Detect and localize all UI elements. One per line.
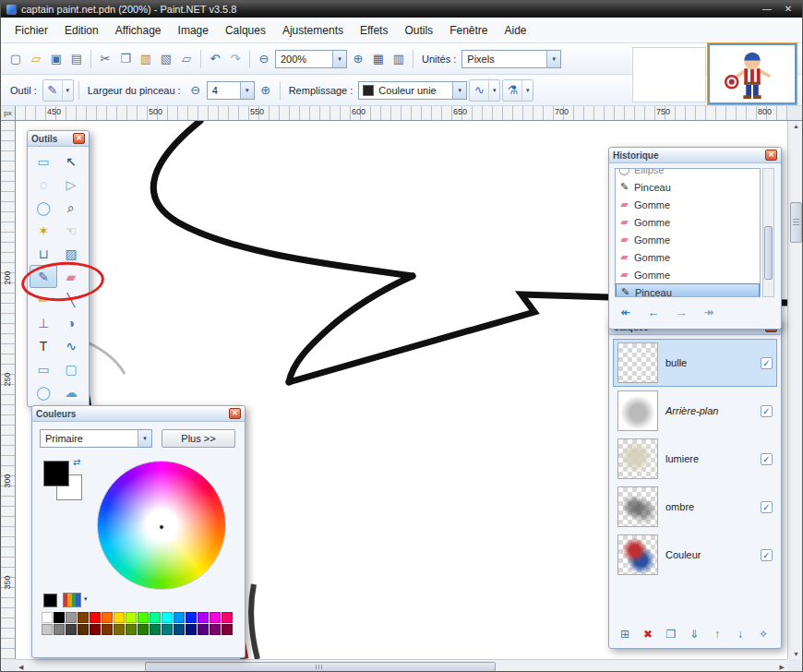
undo-icon[interactable]: ↶ [206, 50, 224, 68]
grid-icon[interactable]: ▦ [369, 50, 388, 68]
move-layer-up-button[interactable]: ↑ [709, 626, 725, 642]
palette-swatch[interactable] [90, 624, 101, 635]
merge-layer-down-button[interactable]: ⇓ [686, 626, 702, 642]
color-mode-combobox[interactable]: Primaire ▾ [40, 429, 152, 448]
horizontal-scrollbar-thumb[interactable] [145, 662, 496, 672]
zoom-in-icon[interactable]: ⊕ [349, 50, 367, 68]
palette-swatch[interactable] [90, 612, 101, 623]
tool-eraser[interactable]: ▰ [57, 265, 85, 288]
history-fast-forward-button[interactable]: ↠ [698, 303, 720, 321]
palette-icon[interactable] [63, 593, 81, 607]
chevron-down-icon[interactable]: ▾ [332, 51, 346, 67]
palette-swatch[interactable] [174, 624, 185, 635]
antialiasing-button[interactable]: ⚗ ▾ [502, 79, 533, 102]
palette-swatch[interactable] [66, 612, 77, 623]
menu-outils[interactable]: Outils [396, 20, 441, 41]
units-combobox[interactable]: Pixels ▾ [461, 50, 561, 68]
palette-swatch[interactable] [102, 624, 113, 635]
tool-paintbrush[interactable]: ✎ [30, 265, 57, 288]
paste-icon[interactable]: ▥ [137, 50, 155, 68]
palette-swatch[interactable] [198, 624, 209, 635]
menu-image[interactable]: Image [170, 20, 217, 41]
move-layer-down-button[interactable]: ↓ [732, 626, 749, 642]
tool-pan[interactable]: ☜ [57, 219, 85, 242]
chevron-down-icon[interactable]: ▾ [84, 595, 88, 603]
menu-effets[interactable]: Effets [352, 20, 396, 41]
menu-edition[interactable]: Edition [56, 20, 107, 41]
swap-colors-icon[interactable]: ⇄ [73, 457, 80, 467]
vertical-scrollbar[interactable]: ▲ ▼ [787, 121, 803, 659]
add-layer-button[interactable]: ⊞ [617, 626, 633, 642]
history-rewind-button[interactable]: ↞ [615, 303, 637, 321]
chevron-down-icon[interactable]: ▾ [62, 80, 73, 101]
layer-properties-button[interactable]: ✧ [755, 626, 772, 642]
history-item[interactable]: ▰Gomme [616, 213, 760, 231]
chevron-down-icon[interactable]: ▾ [240, 82, 254, 99]
save-icon[interactable]: ▣ [47, 50, 66, 68]
cut-icon[interactable]: ✂ [96, 50, 114, 68]
palette-swatch[interactable] [162, 624, 173, 635]
tool-line-curve[interactable]: ∿ [57, 334, 85, 357]
history-undo-button[interactable]: ← [642, 303, 665, 321]
curve-style-button[interactable]: ∿ ▾ [469, 79, 500, 102]
color-wheel[interactable] [97, 461, 226, 590]
tool-color-picker[interactable]: ╲ [57, 288, 85, 311]
scroll-left-icon[interactable]: ◀ [18, 664, 23, 671]
history-item[interactable]: ◯Ellipse [616, 168, 760, 178]
palette-swatch[interactable] [210, 624, 221, 635]
tool-clone-stamp[interactable]: ⊥ [30, 311, 57, 334]
layer-visibility-checkbox[interactable]: ✓ [761, 357, 773, 369]
close-icon[interactable]: ✕ [73, 133, 85, 144]
tool-ellipse-select[interactable]: ◯ [30, 196, 57, 219]
decrease-width-button[interactable]: ⊖ [186, 81, 205, 100]
tools-panel-titlebar[interactable]: Outils ✕ [28, 131, 89, 147]
palette-swatch[interactable] [114, 612, 125, 623]
chevron-down-icon[interactable]: ▾ [546, 51, 560, 67]
fill-combobox[interactable]: Couleur unie ▾ [358, 81, 467, 100]
minimize-button[interactable]: — [759, 2, 775, 17]
copy-icon[interactable]: ❐ [116, 50, 135, 68]
palette-swatch[interactable] [138, 612, 149, 623]
ruler-icon[interactable]: ▥ [390, 50, 408, 68]
palette-swatch[interactable] [186, 624, 197, 635]
history-item[interactable]: ✎Pinceau [616, 283, 760, 297]
current-color-swatch[interactable] [43, 594, 57, 607]
palette-swatch[interactable] [150, 612, 161, 623]
palette-swatch[interactable] [42, 624, 53, 635]
tool-rectangle-select[interactable]: ▭ [30, 150, 57, 173]
layer-visibility-checkbox[interactable]: ✓ [761, 549, 773, 561]
menu-ajustements[interactable]: Ajustements [274, 20, 352, 41]
palette-swatch[interactable] [66, 624, 77, 635]
tool-zoom[interactable]: ⌕ [57, 196, 85, 219]
layer-visibility-checkbox[interactable]: ✓ [761, 501, 773, 513]
tool-move-selected-pixels[interactable]: ↖ [57, 150, 85, 173]
palette-swatch[interactable] [210, 612, 221, 623]
palette-swatch[interactable] [114, 624, 125, 635]
history-scrollbar-thumb[interactable] [764, 226, 773, 280]
palette-swatch[interactable] [138, 624, 149, 635]
history-item[interactable]: ▰Gomme [616, 248, 760, 266]
menu-aide[interactable]: Aide [496, 20, 534, 41]
layer-row-arri-re-plan[interactable]: Arrière-plan✓ [613, 387, 777, 435]
tool-rectangle[interactable]: ▭ [30, 357, 57, 380]
palette-swatch[interactable] [102, 612, 113, 623]
palette-swatch[interactable] [42, 612, 53, 623]
palette-swatch[interactable] [78, 612, 89, 623]
history-scrollbar[interactable] [762, 168, 774, 297]
menu-fichier[interactable]: Fichier [6, 20, 56, 41]
tool-magic-wand[interactable]: ✶ [30, 219, 57, 242]
layer-row-bulle[interactable]: bulle✓ [613, 339, 777, 387]
redo-icon[interactable]: ↷ [226, 50, 245, 68]
crop-icon[interactable]: ▧ [157, 50, 175, 68]
layer-visibility-checkbox[interactable]: ✓ [761, 405, 773, 417]
close-icon[interactable]: ✕ [229, 408, 241, 419]
palette-swatch[interactable] [186, 612, 197, 623]
chevron-down-icon[interactable]: ▾ [138, 430, 151, 447]
color-wheel-marker[interactable] [159, 524, 164, 530]
palette-swatch[interactable] [150, 624, 161, 635]
zoom-combobox[interactable]: 200% ▾ [275, 50, 347, 68]
current-tool-button[interactable]: ✎ ▾ [42, 79, 74, 102]
colors-panel-titlebar[interactable]: Couleurs ✕ [32, 406, 245, 422]
palette-swatch[interactable] [222, 624, 233, 635]
tool-paint-bucket[interactable]: ⊔ [30, 242, 57, 265]
